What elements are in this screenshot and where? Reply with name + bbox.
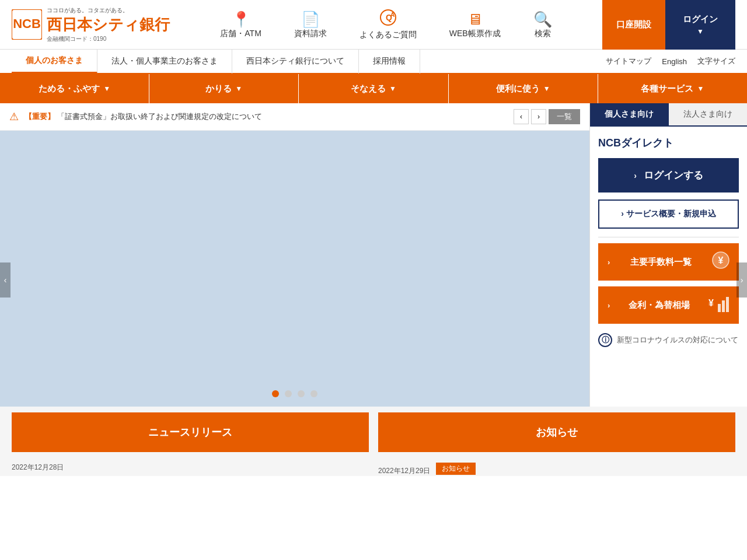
nav-faq[interactable]: Q A よくあるご質問 — [343, 9, 433, 40]
covid-notice[interactable]: ⓘ 新型コロナウイルスの対応について — [598, 333, 739, 347]
services-chevron-icon: ▼ — [697, 85, 704, 93]
orange-nav-convenient[interactable]: 便利に使う ▼ — [449, 74, 598, 103]
notice-text[interactable]: 【重要】 「証書式預金」お取扱い終了および関連規定の改定について — [25, 111, 508, 122]
login-button[interactable]: ログイン ▼ — [665, 0, 735, 50]
bank-name: 西日本シティ銀行 — [47, 15, 170, 35]
bank-code: 金融機関コード：0190 — [47, 35, 170, 43]
rate-button[interactable]: › 金利・為替相場 ¥ — [598, 286, 739, 324]
sub-nav: 個人のお客さま 法人・個人事業主のお客さま 西日本シティ銀行について 採用情報 … — [0, 50, 747, 74]
convenient-chevron-icon: ▼ — [543, 85, 550, 93]
ncb-login-button[interactable]: › ログインする — [598, 158, 739, 192]
tab-corporate[interactable]: 法人さま向け — [669, 103, 748, 125]
tab-news-release[interactable]: ニュースリリース — [12, 412, 369, 452]
ncb-direct-title: NCBダイレクト — [598, 136, 739, 150]
nav-search-label: 検索 — [535, 29, 551, 39]
notice-important-label: 【重要】 — [25, 112, 55, 121]
ncb-service-button[interactable]: › サービス概要・新規申込 — [598, 200, 739, 229]
covid-text: 新型コロナウイルスの対応について — [617, 335, 738, 345]
slider-arrow-left[interactable]: ‹ — [0, 262, 11, 298]
main-content: ⚠ 【重要】 「証書式預金」お取扱い終了および関連規定の改定について ‹ › 一… — [0, 103, 747, 407]
notice-badge: お知らせ — [436, 463, 476, 475]
svg-text:¥: ¥ — [718, 256, 724, 265]
logo-text: ココロがある。コタエがある。 西日本シティ銀行 金融機関コード：0190 — [47, 6, 170, 43]
slider-dot-3[interactable] — [298, 390, 305, 397]
bank-logo-icon: NCB — [12, 9, 42, 40]
slider-dot-1[interactable] — [272, 390, 279, 397]
slider-image-area[interactable] — [0, 131, 589, 407]
nav-search[interactable]: 🔍 検索 — [517, 10, 568, 39]
tab-personal[interactable]: 個人さま向け — [590, 103, 669, 125]
rate-chart-icon: ¥ — [708, 295, 729, 316]
notice-row: 2022年12月29日 お知らせ — [378, 461, 735, 476]
orange-nav-prepare-label: そなえる — [351, 83, 386, 94]
ncb-login-arrow-icon: › — [634, 171, 637, 180]
account-open-button[interactable]: 口座開設 — [602, 0, 665, 50]
sidebar-item-corporate[interactable]: 法人・個人事業主のお客さま — [97, 49, 232, 74]
svg-rect-8 — [718, 304, 721, 312]
web-statement-icon: 🖥 — [467, 10, 483, 29]
notice-warning-icon: ⚠ — [9, 110, 19, 123]
slider-dots — [272, 390, 317, 397]
borrow-chevron-icon: ▼ — [235, 85, 242, 93]
news-date: 2022年12月28日 — [12, 463, 369, 473]
sub-nav-items: 個人のお客さま 法人・個人事業主のお客さま 西日本シティ銀行について 採用情報 — [12, 49, 606, 74]
rate-arrow-icon: › — [608, 301, 610, 310]
nav-store-atm[interactable]: 📍 店舗・ATM — [204, 10, 278, 39]
ncb-login-label: ログインする — [644, 169, 703, 182]
rate-label: 金利・為替相場 — [629, 300, 690, 311]
prepare-chevron-icon: ▼ — [389, 85, 396, 93]
notice-body-text: 「証書式預金」お取扱い終了および関連規定の改定について — [57, 112, 262, 121]
slider-dot-2[interactable] — [285, 390, 292, 397]
bottom-tabs: ニュースリリース お知らせ — [12, 412, 735, 452]
svg-text:NCB: NCB — [13, 16, 41, 31]
side-panel: 個人さま向け 法人さま向け NCBダイレクト › ログインする › サービス概要… — [589, 103, 747, 407]
tab-notice[interactable]: お知らせ — [378, 412, 735, 452]
orange-nav-services[interactable]: 各種サービス ▼ — [598, 74, 747, 103]
bottom-content: 2022年12月28日 2022年12月29日 お知らせ — [0, 452, 747, 476]
sitemap-link[interactable]: サイトマップ — [606, 56, 651, 66]
header-buttons: 口座開設 ログイン ▼ — [602, 0, 735, 50]
sidebar-item-recruit[interactable]: 採用情報 — [359, 49, 420, 74]
login-button-label: ログイン — [683, 14, 718, 25]
nav-web-statement[interactable]: 🖥 WEB帳票作成 — [433, 10, 517, 39]
side-tabs: 個人さま向け 法人さま向け — [590, 103, 747, 127]
site-header: NCB ココロがある。コタエがある。 西日本シティ銀行 金融機関コード：0190… — [0, 0, 747, 50]
side-panel-inner: NCBダイレクト › ログインする › サービス概要・新規申込 › 主要手数料一… — [590, 127, 747, 356]
fee-list-button[interactable]: › 主要手数料一覧 ¥ — [598, 243, 739, 281]
notice-date: 2022年12月29日 — [378, 466, 430, 476]
nav-web-statement-label: WEB帳票作成 — [449, 29, 501, 39]
search-icon: 🔍 — [533, 10, 552, 29]
orange-nav-prepare[interactable]: そなえる ▼ — [299, 74, 448, 103]
slider-dot-4[interactable] — [310, 390, 317, 397]
store-atm-icon: 📍 — [232, 10, 250, 29]
sidebar-item-about[interactable]: 西日本シティ銀行について — [232, 49, 359, 74]
nav-store-atm-label: 店舗・ATM — [220, 29, 261, 39]
orange-nav-save[interactable]: ためる・ふやす ▼ — [0, 74, 149, 103]
fee-arrow-icon: › — [608, 258, 610, 267]
nav-documents-label: 資料請求 — [294, 29, 327, 39]
nav-documents[interactable]: 📄 資料請求 — [278, 10, 343, 39]
orange-nav-convenient-label: 便利に使う — [496, 83, 540, 94]
orange-nav: ためる・ふやす ▼ かりる ▼ そなえる ▼ 便利に使う ▼ 各種サービス ▼ — [0, 74, 747, 103]
orange-nav-borrow[interactable]: かりる ▼ — [149, 74, 299, 103]
faq-icon: Q A — [380, 9, 396, 30]
font-size-link[interactable]: 文字サイズ — [697, 56, 735, 66]
svg-text:A: A — [390, 12, 395, 18]
covid-info-icon: ⓘ — [598, 333, 612, 347]
english-link[interactable]: English — [662, 57, 687, 66]
slider-area: ⚠ 【重要】 「証書式預金」お取扱い終了および関連規定の改定について ‹ › 一… — [0, 103, 589, 407]
svg-rect-9 — [722, 300, 725, 312]
login-button-arrow: ▼ — [697, 27, 704, 36]
slider-arrow-right[interactable]: › — [736, 262, 747, 298]
notice-bar: ⚠ 【重要】 「証書式預金」お取扱い終了および関連規定の改定について ‹ › 一… — [0, 103, 589, 131]
sidebar-item-personal[interactable]: 個人のお客さま — [12, 49, 97, 74]
notice-section: 2022年12月29日 お知らせ — [378, 458, 735, 476]
fee-yen-icon: ¥ — [712, 251, 729, 272]
panel-divider — [598, 237, 739, 237]
notice-list-button[interactable]: 一覧 — [549, 109, 580, 124]
notice-next-button[interactable]: › — [531, 109, 546, 124]
notice-prev-button[interactable]: ‹ — [514, 109, 529, 124]
bottom-section: ニュースリリース お知らせ — [0, 407, 747, 452]
nav-faq-label: よくあるご質問 — [359, 30, 417, 40]
svg-text:¥: ¥ — [708, 298, 714, 308]
